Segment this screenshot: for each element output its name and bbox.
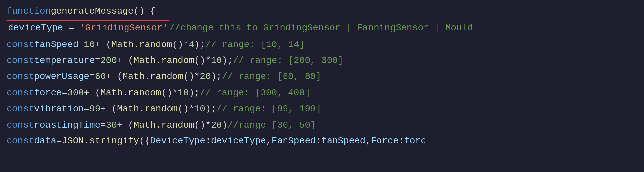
code-token: ) — [222, 118, 227, 133]
code-token: = — [95, 53, 101, 68]
code-token: 300 — [67, 86, 84, 100]
code-token: // range: [10, 14] — [205, 38, 305, 52]
code-token: * — [172, 86, 178, 100]
code-token: force — [34, 86, 62, 100]
code-token: function — [7, 4, 51, 19]
code-token: ); — [222, 53, 233, 68]
code-token: forc — [404, 134, 426, 149]
code-token: () — [194, 53, 205, 68]
code-token: + ( — [101, 102, 117, 117]
code-token: deviceType — [8, 23, 63, 33]
code-token: , — [266, 134, 272, 149]
code-token: FanSpeed — [272, 134, 316, 149]
code-token: Math.random — [134, 53, 195, 68]
code-token: // range: [300, 400] — [200, 86, 310, 100]
code-token: = — [84, 102, 89, 117]
code-token: 99 — [89, 102, 101, 117]
line-temperature: const temperature = 200 + (Math.random()… — [0, 53, 644, 69]
code-token: * — [205, 118, 211, 133]
code-token: 30 — [106, 118, 117, 133]
line-fanspeed: const fanSpeed = 10 + (Math.random() * 4… — [0, 37, 644, 53]
code-token: () — [161, 86, 172, 100]
code-token: 10 — [194, 102, 205, 117]
code-token: + ( — [84, 86, 100, 100]
code-token: () — [178, 102, 189, 117]
code-token: , — [365, 134, 371, 149]
code-token: const — [7, 86, 34, 100]
code-token: = — [62, 86, 67, 100]
code-token: = — [56, 134, 62, 149]
line-vibration: const vibration = 99 + (Math.random() * … — [0, 101, 644, 117]
code-token: 20 — [200, 70, 211, 84]
code-token: // range: [60, 80] — [222, 70, 321, 84]
code-token: data — [34, 134, 56, 149]
code-token: Math.random — [117, 102, 178, 117]
code-token: const — [7, 70, 34, 84]
line-function: function generateMessage () { — [0, 3, 644, 19]
code-token: ({ — [139, 134, 150, 149]
code-token: ); — [194, 38, 205, 52]
code-token: JSON.stringify — [62, 134, 139, 149]
code-token: () — [194, 118, 205, 133]
code-token: + ( — [117, 118, 133, 133]
code-token: const — [7, 118, 34, 133]
line-force: const force = 300 + (Math.random() * 10)… — [0, 85, 644, 101]
code-token: generateMessage — [51, 4, 133, 19]
code-token: roastingTime — [34, 118, 101, 133]
code-token: // range: [99, 199] — [217, 102, 321, 117]
code-token: ); — [205, 102, 217, 117]
code-token: const — [7, 53, 34, 68]
code-token: = — [63, 23, 80, 33]
code-token: : — [399, 134, 404, 149]
code-token: 10 — [84, 38, 95, 52]
code-token: 'GrindingSensor' — [80, 23, 168, 33]
code-token: + ( — [106, 70, 122, 84]
code-token: () { — [133, 4, 155, 19]
code-token: : — [205, 134, 211, 149]
code-token: ); — [189, 86, 200, 100]
code-token: 60 — [95, 70, 106, 84]
code-token: 200 — [101, 53, 117, 68]
code-token: powerUsage — [34, 70, 89, 84]
code-token: = — [78, 38, 84, 52]
line-powerusage: const powerUsage = 60 + (Math.random() *… — [0, 69, 644, 85]
line-data: const data = JSON.stringify({ DeviceType… — [0, 133, 644, 149]
code-token: Force — [371, 134, 399, 149]
code-token: * — [194, 70, 200, 84]
code-editor: function generateMessage () { deviceType… — [0, 0, 644, 172]
code-token: * — [183, 38, 189, 52]
code-token: 10 — [211, 53, 222, 68]
code-token: fanSpeed — [34, 38, 78, 52]
code-token: : — [316, 134, 321, 149]
code-token: const — [7, 38, 34, 52]
code-token: vibration — [34, 102, 84, 117]
code-token: DeviceType — [150, 134, 205, 149]
code-token: = — [101, 118, 106, 133]
code-token: 10 — [178, 86, 189, 100]
code-token: deviceType — [211, 134, 266, 149]
code-token: Math.random — [111, 38, 172, 52]
code-token: //range [30, 50] — [227, 118, 316, 133]
line-devicetype: deviceType = 'GrindingSensor' //change t… — [0, 19, 644, 37]
code-token: temperature — [34, 53, 95, 68]
code-token: fanSpeed — [321, 134, 365, 149]
code-token: + ( — [95, 38, 111, 52]
code-token: Math.random — [101, 86, 161, 100]
code-token: () — [172, 38, 183, 52]
code-token: const — [7, 134, 34, 149]
code-token: // range: [200, 300] — [233, 53, 343, 68]
code-token: * — [205, 53, 211, 68]
code-token: * — [189, 102, 195, 117]
code-token: Math.random — [123, 70, 183, 84]
code-token: 20 — [211, 118, 222, 133]
code-token: + ( — [117, 53, 133, 68]
line-roastingtime: const roastingTime = 30 + (Math.random()… — [0, 117, 644, 133]
code-token: Math.random — [134, 118, 195, 133]
code-token: () — [183, 70, 195, 84]
code-token: const — [7, 102, 34, 117]
code-token: 4 — [189, 38, 195, 52]
comment-text: //change this to GrindingSensor | Fannin… — [169, 21, 473, 36]
code-token: = — [89, 70, 95, 84]
code-token: ); — [211, 70, 222, 84]
